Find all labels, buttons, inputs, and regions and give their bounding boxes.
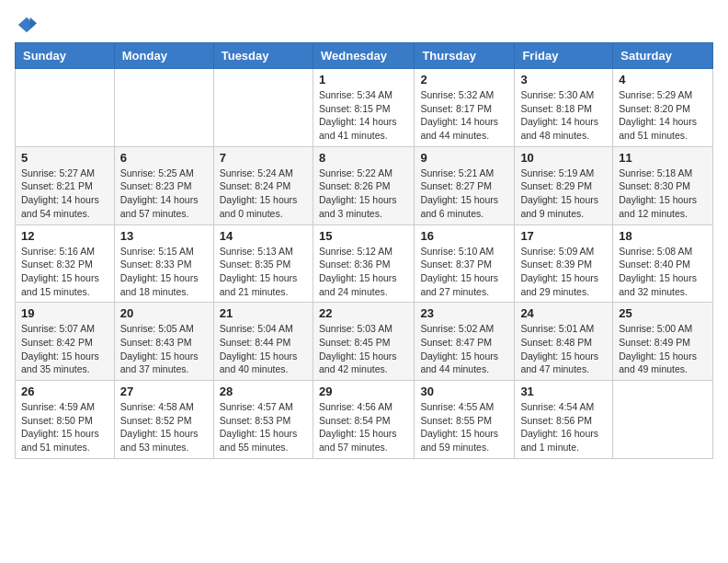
day-number: 28 (220, 385, 307, 398)
calendar-cell: 5Sunrise: 5:27 AM Sunset: 8:21 PM Daylig… (16, 146, 115, 224)
calendar-cell (16, 69, 115, 147)
day-info: Sunrise: 5:03 AM Sunset: 8:45 PM Dayligh… (319, 322, 408, 376)
day-info: Sunrise: 5:04 AM Sunset: 8:44 PM Dayligh… (220, 322, 307, 376)
calendar-cell: 13Sunrise: 5:15 AM Sunset: 8:33 PM Dayli… (114, 224, 213, 303)
day-info: Sunrise: 5:27 AM Sunset: 8:21 PM Dayligh… (21, 167, 108, 221)
day-number: 20 (120, 306, 208, 320)
calendar-week-row: 1Sunrise: 5:34 AM Sunset: 8:15 PM Daylig… (16, 69, 713, 147)
page-header (15, 15, 713, 35)
day-info: Sunrise: 5:13 AM Sunset: 8:35 PM Dayligh… (220, 245, 307, 299)
day-info: Sunrise: 5:12 AM Sunset: 8:36 PM Dayligh… (319, 245, 408, 299)
calendar-cell: 17Sunrise: 5:09 AM Sunset: 8:39 PM Dayli… (515, 224, 613, 303)
calendar-cell (114, 69, 213, 147)
day-number: 18 (619, 229, 707, 243)
calendar-cell: 26Sunrise: 4:59 AM Sunset: 8:50 PM Dayli… (16, 381, 115, 459)
day-number: 14 (220, 229, 307, 243)
day-number: 2 (420, 73, 508, 86)
day-number: 12 (21, 229, 108, 243)
day-number: 29 (319, 385, 408, 398)
day-number: 13 (120, 229, 208, 243)
day-number: 9 (420, 151, 508, 165)
day-info: Sunrise: 4:57 AM Sunset: 8:53 PM Dayligh… (220, 400, 307, 454)
calendar-cell (213, 69, 313, 147)
day-info: Sunrise: 5:02 AM Sunset: 8:47 PM Dayligh… (420, 322, 508, 376)
day-info: Sunrise: 4:56 AM Sunset: 8:54 PM Dayligh… (319, 400, 408, 454)
calendar-cell: 10Sunrise: 5:19 AM Sunset: 8:29 PM Dayli… (515, 146, 613, 224)
calendar-cell: 6Sunrise: 5:25 AM Sunset: 8:23 PM Daylig… (114, 146, 213, 224)
calendar-cell: 16Sunrise: 5:10 AM Sunset: 8:37 PM Dayli… (415, 224, 515, 303)
calendar-cell: 8Sunrise: 5:22 AM Sunset: 8:26 PM Daylig… (313, 146, 414, 224)
calendar-header-friday: Friday (515, 43, 613, 69)
calendar-cell: 28Sunrise: 4:57 AM Sunset: 8:53 PM Dayli… (213, 381, 313, 459)
calendar-cell: 14Sunrise: 5:13 AM Sunset: 8:35 PM Dayli… (213, 224, 313, 303)
calendar-header-thursday: Thursday (415, 43, 515, 69)
day-info: Sunrise: 5:00 AM Sunset: 8:49 PM Dayligh… (619, 322, 707, 376)
calendar-header-wednesday: Wednesday (313, 43, 414, 69)
calendar-header-tuesday: Tuesday (213, 43, 313, 69)
svg-marker-1 (30, 17, 37, 29)
day-number: 1 (319, 73, 408, 86)
day-info: Sunrise: 5:01 AM Sunset: 8:48 PM Dayligh… (520, 322, 607, 376)
day-number: 25 (619, 306, 707, 320)
calendar-week-row: 12Sunrise: 5:16 AM Sunset: 8:32 PM Dayli… (16, 224, 713, 303)
day-number: 17 (520, 229, 607, 243)
calendar-cell: 25Sunrise: 5:00 AM Sunset: 8:49 PM Dayli… (613, 303, 713, 381)
day-number: 23 (420, 306, 508, 320)
day-info: Sunrise: 4:54 AM Sunset: 8:56 PM Dayligh… (520, 400, 607, 454)
calendar-table: SundayMondayTuesdayWednesdayThursdayFrid… (15, 42, 713, 459)
calendar-cell (613, 381, 713, 459)
day-info: Sunrise: 5:09 AM Sunset: 8:39 PM Dayligh… (520, 245, 607, 299)
day-info: Sunrise: 4:58 AM Sunset: 8:52 PM Dayligh… (120, 400, 208, 454)
day-info: Sunrise: 4:55 AM Sunset: 8:55 PM Dayligh… (420, 400, 508, 454)
day-number: 4 (619, 73, 707, 86)
day-number: 8 (319, 151, 408, 165)
day-number: 16 (420, 229, 508, 243)
calendar-cell: 15Sunrise: 5:12 AM Sunset: 8:36 PM Dayli… (313, 224, 414, 303)
calendar-cell: 29Sunrise: 4:56 AM Sunset: 8:54 PM Dayli… (313, 381, 414, 459)
day-info: Sunrise: 5:21 AM Sunset: 8:27 PM Dayligh… (420, 167, 508, 221)
day-number: 5 (21, 151, 108, 165)
day-number: 6 (120, 151, 208, 165)
calendar-cell: 22Sunrise: 5:03 AM Sunset: 8:45 PM Dayli… (313, 303, 414, 381)
day-number: 3 (520, 73, 607, 86)
calendar-cell: 19Sunrise: 5:07 AM Sunset: 8:42 PM Dayli… (16, 303, 115, 381)
logo-icon (17, 15, 37, 35)
day-info: Sunrise: 4:59 AM Sunset: 8:50 PM Dayligh… (21, 400, 108, 454)
day-info: Sunrise: 5:22 AM Sunset: 8:26 PM Dayligh… (319, 167, 408, 221)
day-info: Sunrise: 5:05 AM Sunset: 8:43 PM Dayligh… (120, 322, 208, 376)
calendar-cell: 20Sunrise: 5:05 AM Sunset: 8:43 PM Dayli… (114, 303, 213, 381)
day-info: Sunrise: 5:25 AM Sunset: 8:23 PM Dayligh… (120, 167, 208, 221)
day-number: 7 (220, 151, 307, 165)
day-info: Sunrise: 5:29 AM Sunset: 8:20 PM Dayligh… (619, 88, 707, 143)
day-number: 24 (520, 306, 607, 320)
calendar-cell: 1Sunrise: 5:34 AM Sunset: 8:15 PM Daylig… (313, 69, 414, 147)
day-number: 15 (319, 229, 408, 243)
logo (15, 15, 37, 35)
day-info: Sunrise: 5:18 AM Sunset: 8:30 PM Dayligh… (619, 167, 707, 221)
day-info: Sunrise: 5:34 AM Sunset: 8:15 PM Dayligh… (319, 88, 408, 143)
calendar-cell: 4Sunrise: 5:29 AM Sunset: 8:20 PM Daylig… (613, 69, 713, 147)
calendar-cell: 31Sunrise: 4:54 AM Sunset: 8:56 PM Dayli… (515, 381, 613, 459)
calendar-week-row: 5Sunrise: 5:27 AM Sunset: 8:21 PM Daylig… (16, 146, 713, 224)
calendar-header-sunday: Sunday (16, 43, 115, 69)
day-info: Sunrise: 5:07 AM Sunset: 8:42 PM Dayligh… (21, 322, 108, 376)
calendar-cell: 12Sunrise: 5:16 AM Sunset: 8:32 PM Dayli… (16, 224, 115, 303)
day-info: Sunrise: 5:32 AM Sunset: 8:17 PM Dayligh… (420, 88, 508, 143)
calendar-cell: 9Sunrise: 5:21 AM Sunset: 8:27 PM Daylig… (415, 146, 515, 224)
day-info: Sunrise: 5:16 AM Sunset: 8:32 PM Dayligh… (21, 245, 108, 299)
calendar-cell: 7Sunrise: 5:24 AM Sunset: 8:24 PM Daylig… (213, 146, 313, 224)
calendar-cell: 3Sunrise: 5:30 AM Sunset: 8:18 PM Daylig… (515, 69, 613, 147)
calendar-header-saturday: Saturday (613, 43, 713, 69)
calendar-cell: 21Sunrise: 5:04 AM Sunset: 8:44 PM Dayli… (213, 303, 313, 381)
day-number: 21 (220, 306, 307, 320)
day-number: 30 (420, 385, 508, 398)
day-info: Sunrise: 5:08 AM Sunset: 8:40 PM Dayligh… (619, 245, 707, 299)
day-info: Sunrise: 5:24 AM Sunset: 8:24 PM Dayligh… (220, 167, 307, 221)
calendar-cell: 24Sunrise: 5:01 AM Sunset: 8:48 PM Dayli… (515, 303, 613, 381)
day-number: 26 (21, 385, 108, 398)
day-info: Sunrise: 5:10 AM Sunset: 8:37 PM Dayligh… (420, 245, 508, 299)
calendar-cell: 18Sunrise: 5:08 AM Sunset: 8:40 PM Dayli… (613, 224, 713, 303)
calendar-cell: 27Sunrise: 4:58 AM Sunset: 8:52 PM Dayli… (114, 381, 213, 459)
calendar-cell: 2Sunrise: 5:32 AM Sunset: 8:17 PM Daylig… (415, 69, 515, 147)
calendar-header-monday: Monday (114, 43, 213, 69)
